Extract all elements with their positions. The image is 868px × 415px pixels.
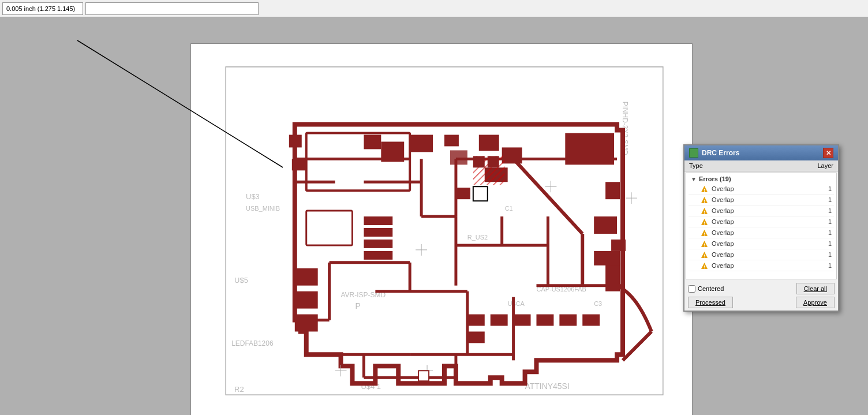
drc-item-layer: 1	[828, 196, 832, 203]
svg-text:C3: C3	[594, 300, 602, 307]
svg-rect-53	[502, 147, 522, 163]
svg-rect-54	[565, 133, 614, 165]
drc-item[interactable]: ! Overlap 1	[689, 184, 834, 195]
centered-checkbox-row: Centered	[688, 285, 724, 293]
drc-item[interactable]: ! Overlap 1	[689, 205, 834, 216]
svg-text:C1: C1	[505, 205, 513, 212]
svg-rect-74	[536, 315, 553, 326]
svg-text:!: !	[704, 253, 705, 259]
drc-item[interactable]: ! Overlap 1	[689, 227, 834, 238]
drc-item-layer: 1	[828, 218, 832, 225]
canvas-area: U$3 USB_MINIB U$5 R2 U$4 1 ATTINY45SI PI…	[0, 17, 868, 415]
drc-item[interactable]: ! Overlap 1	[689, 216, 834, 227]
svg-rect-72	[491, 315, 508, 326]
drc-item-label: Overlap	[712, 240, 734, 247]
svg-rect-58	[450, 150, 467, 164]
svg-rect-51	[444, 135, 459, 147]
svg-text:LEDFAB1206: LEDFAB1206	[231, 339, 274, 347]
svg-rect-46	[289, 135, 302, 148]
svg-rect-63	[364, 240, 392, 248]
svg-rect-48	[364, 135, 381, 149]
drc-errors-group: ▼ Errors (19) ! Overlap 1	[686, 173, 836, 272]
svg-text:!: !	[704, 199, 705, 204]
drc-item[interactable]: ! Overlap 1	[689, 195, 834, 205]
drc-icon	[689, 148, 698, 158]
drc-item[interactable]: ! Overlap 1	[689, 249, 834, 260]
svg-text:R_US2: R_US2	[467, 234, 488, 241]
drc-scroll-area[interactable]: ▼ Errors (19) ! Overlap 1	[686, 173, 837, 279]
warning-icon: !	[700, 218, 708, 226]
drc-content: Type Layer ▼ Errors (19) !	[684, 160, 838, 311]
drc-errors-panel: DRC Errors ✕ Type Layer ▼ Errors (19)	[683, 144, 839, 312]
drc-item-label: Overlap	[712, 251, 734, 258]
svg-rect-61	[364, 216, 392, 225]
col-type: Type	[689, 162, 703, 169]
drc-item-layer: 1	[828, 229, 832, 236]
svg-text:ATTINY45SI: ATTINY45SI	[525, 382, 570, 391]
svg-rect-69	[594, 251, 620, 266]
svg-text:U$5: U$5	[234, 276, 248, 285]
warning-icon: !	[700, 261, 708, 270]
svg-text:!: !	[704, 264, 705, 270]
errors-group-label: Errors (19)	[699, 175, 731, 182]
svg-text:U$CA: U$CA	[508, 300, 525, 307]
svg-rect-49	[381, 141, 404, 162]
drc-item-label: Overlap	[712, 262, 734, 269]
svg-rect-55	[605, 182, 620, 199]
svg-text:R2: R2	[234, 385, 244, 394]
drc-item-label: Overlap	[712, 196, 734, 203]
toolbar: 0.005 inch (1.275 1.145)	[0, 0, 868, 17]
drc-item-layer: 1	[828, 240, 832, 247]
svg-rect-47	[292, 159, 306, 170]
drc-close-button[interactable]: ✕	[823, 148, 833, 158]
svg-rect-68	[605, 263, 620, 291]
processed-button[interactable]: Processed	[688, 297, 733, 308]
drc-item-layer: 1	[828, 185, 832, 192]
warning-icon: !	[700, 196, 708, 204]
drc-row2: Processed Approve	[688, 297, 835, 308]
pcb-svg: U$3 USB_MINIB U$5 R2 U$4 1 ATTINY45SI PI…	[191, 44, 692, 415]
drc-group-header: ▼ Errors (19)	[689, 174, 834, 184]
svg-rect-71	[467, 331, 485, 343]
svg-text:!: !	[704, 220, 705, 226]
svg-rect-67	[295, 315, 318, 332]
centered-checkbox[interactable]	[688, 285, 695, 293]
drc-item[interactable]: ! Overlap 1	[689, 238, 834, 249]
drc-item-layer: 1	[828, 262, 832, 269]
svg-rect-50	[410, 135, 433, 152]
svg-rect-65	[295, 268, 318, 286]
svg-rect-52	[479, 135, 499, 151]
tree-arrow-icon: ▼	[691, 176, 697, 182]
drc-item-label: Overlap	[712, 207, 734, 214]
drc-item-layer: 1	[828, 207, 832, 214]
warning-icon: !	[700, 240, 708, 248]
svg-rect-56	[594, 216, 617, 234]
drc-item-label: Overlap	[712, 229, 734, 236]
svg-rect-76	[582, 315, 600, 326]
svg-rect-75	[559, 315, 577, 326]
svg-rect-64	[364, 251, 392, 260]
svg-rect-66	[295, 291, 318, 309]
drc-item[interactable]: ! Overlap 1	[689, 260, 834, 271]
warning-icon: !	[700, 251, 708, 259]
drc-column-header: Type Layer	[684, 160, 838, 171]
approve-button[interactable]: Approve	[796, 297, 835, 308]
drc-titlebar: DRC Errors ✕	[684, 145, 838, 160]
svg-text:!: !	[704, 210, 705, 215]
command-input[interactable]	[85, 2, 259, 15]
drc-title: DRC Errors	[702, 149, 739, 157]
warning-icon: !	[700, 229, 708, 237]
svg-rect-91	[488, 156, 499, 167]
svg-text:P: P	[355, 301, 360, 311]
svg-text:USB_MINIB: USB_MINIB	[246, 205, 280, 212]
centered-label: Centered	[698, 285, 724, 292]
drc-item-label: Overlap	[712, 185, 734, 192]
svg-rect-62	[364, 228, 392, 237]
clear-all-button[interactable]: Clear all	[796, 283, 835, 294]
svg-text:!: !	[704, 231, 705, 237]
drc-row1: Centered Clear all	[688, 283, 835, 294]
warning-icon: !	[700, 207, 708, 215]
drc-bottom-bar: Centered Clear all Processed Approve	[684, 281, 838, 311]
pcb-board: U$3 USB_MINIB U$5 R2 U$4 1 ATTINY45SI PI…	[190, 43, 693, 415]
warning-icon: !	[700, 185, 708, 193]
